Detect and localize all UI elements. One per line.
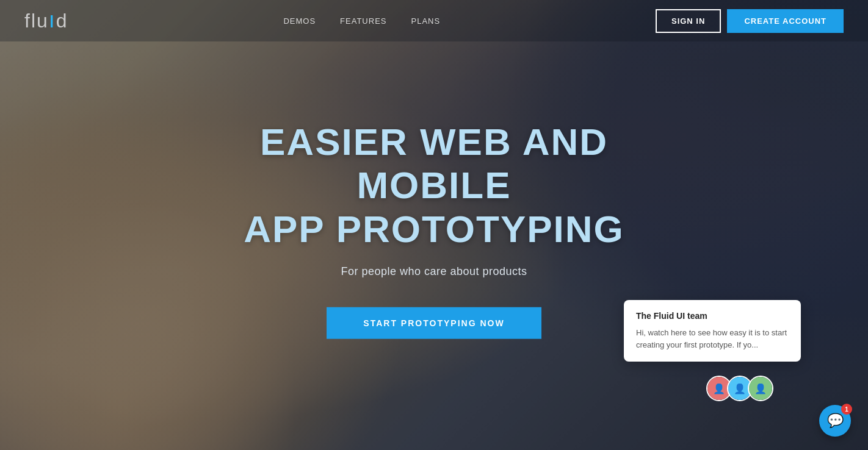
- nav-link-features[interactable]: FEATURES: [340, 16, 386, 26]
- hero-content: EASIER WEB AND MOBILE APP PROTOTYPING Fo…: [220, 120, 648, 339]
- create-account-button[interactable]: CREATE ACCOUNT: [727, 9, 844, 33]
- avatar-circle-3: 👤: [749, 377, 772, 400]
- chat-popup[interactable]: The Fluid UI team Hi, watch here to see …: [624, 300, 801, 362]
- chat-team-name: The Fluid UI team: [636, 311, 789, 321]
- navbar: fluıd DEMOS FEATURES PLANS SIGN IN CREAT…: [0, 0, 868, 41]
- signin-button[interactable]: SIGN IN: [656, 9, 721, 33]
- hero-title: EASIER WEB AND MOBILE APP PROTOTYPING: [220, 120, 648, 251]
- chat-badge: 1: [841, 404, 852, 415]
- chat-button[interactable]: 💬 1: [819, 405, 851, 437]
- nav-link-plans[interactable]: PLANS: [411, 16, 441, 26]
- hero-title-line2: APP PROTOTYPING: [244, 207, 624, 249]
- nav-link-demos[interactable]: DEMOS: [283, 16, 316, 26]
- logo-text: fluıd: [24, 10, 68, 32]
- chat-message: Hi, watch here to see how easy it is to …: [636, 327, 789, 351]
- nav-links: DEMOS FEATURES PLANS: [283, 16, 440, 26]
- chat-avatars: 👤 👤 👤: [706, 376, 773, 401]
- avatar-group: 👤 👤 👤: [706, 376, 773, 401]
- hero-subtitle: For people who care about products: [220, 265, 648, 278]
- chat-icon: 💬: [827, 413, 844, 429]
- avatar-3: 👤: [748, 376, 773, 401]
- cta-button[interactable]: START PROTOTYPING NOW: [327, 307, 541, 339]
- nav-actions: SIGN IN CREATE ACCOUNT: [656, 9, 844, 33]
- hero-title-line1: EASIER WEB AND MOBILE: [260, 121, 608, 206]
- logo-dot: ı: [49, 7, 56, 32]
- logo[interactable]: fluıd: [24, 10, 68, 32]
